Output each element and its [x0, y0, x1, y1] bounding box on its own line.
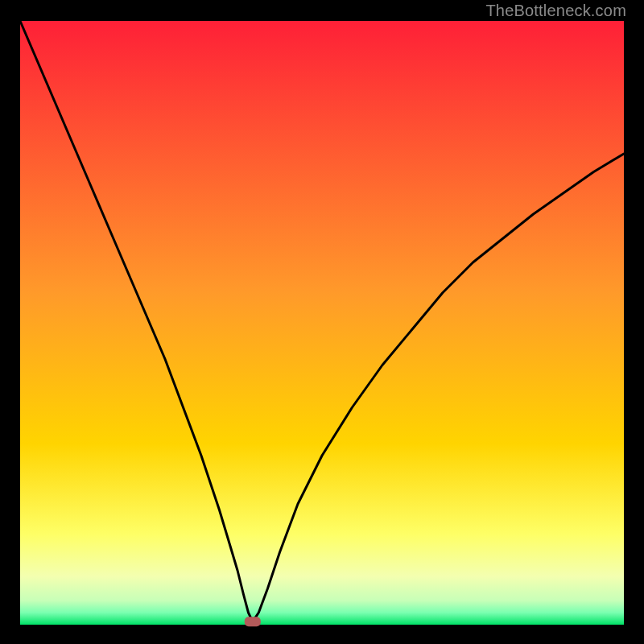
minimum-marker	[245, 617, 261, 626]
chart-frame: { "attribution": "TheBottleneck.com", "c…	[0, 0, 644, 644]
attribution-label: TheBottleneck.com	[485, 2, 626, 20]
bottleneck-chart	[0, 0, 644, 644]
plot-background	[20, 21, 624, 625]
